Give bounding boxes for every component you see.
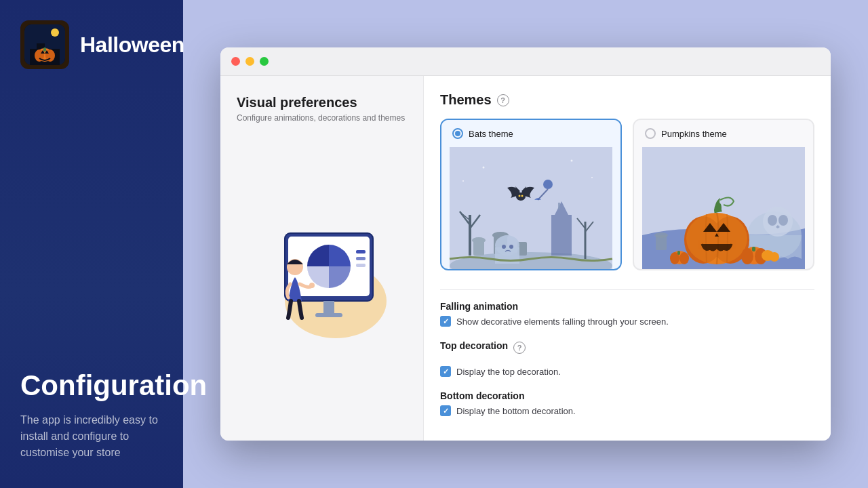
svg-rect-17 [356, 250, 366, 253]
svg-rect-33 [551, 215, 572, 256]
panel-title: Visual preferences [237, 95, 407, 110]
sidebar-description: The app is incredibly easy to install an… [20, 412, 163, 461]
top-decoration-help-icon[interactable]: ? [513, 342, 526, 354]
svg-point-48 [543, 180, 553, 189]
svg-point-50 [483, 167, 485, 169]
top-decoration-check: ✓ [443, 367, 449, 376]
themes-grid: Bats theme [440, 119, 814, 270]
falling-animation-description: Show decorative elements falling through… [456, 317, 669, 327]
app-logo [20, 20, 69, 69]
traffic-light-red[interactable] [231, 57, 240, 66]
right-panel: Themes ? Bats theme [424, 76, 831, 441]
mac-titlebar [220, 47, 831, 76]
svg-rect-69 [752, 247, 755, 251]
svg-rect-77 [654, 232, 668, 238]
bottom-decoration-section: Bottom decoration ✓ Display the bottom d… [440, 390, 814, 416]
illustration-container [237, 139, 407, 422]
app-title: Halloween [80, 33, 184, 58]
bottom-decoration-title: Bottom decoration [440, 390, 814, 401]
mac-window: Visual preferences Configure animations,… [220, 47, 831, 441]
svg-point-31 [502, 245, 506, 249]
svg-point-72 [679, 252, 689, 264]
top-decoration-description: Display the top decoration. [456, 367, 561, 377]
svg-point-2 [51, 28, 59, 37]
falling-animation-section: Falling animation ✓ Show decorative elem… [440, 301, 814, 327]
pumpkins-theme-label: Pumpkins theme [661, 129, 727, 139]
analytics-illustration [248, 213, 397, 348]
falling-animation-row: ✓ Show decorative elements falling throu… [440, 316, 814, 327]
pumpkins-scene-svg [634, 147, 813, 269]
bottom-decoration-check: ✓ [443, 407, 449, 415]
svg-rect-18 [356, 257, 366, 260]
pumpkins-radio[interactable] [645, 128, 656, 139]
svg-point-43 [516, 192, 526, 201]
sidebar-bottom: Configuration The app is incredibly easy… [20, 370, 163, 461]
falling-animation-checkbox[interactable]: ✓ [440, 316, 451, 327]
svg-point-67 [741, 248, 753, 264]
themes-section-header: Themes ? [440, 92, 814, 108]
traffic-light-yellow[interactable] [245, 57, 254, 66]
themes-section-title: Themes [440, 92, 492, 108]
falling-animation-title: Falling animation [440, 301, 814, 312]
panel-subtitle: Configure animations, decorations and th… [237, 113, 407, 123]
top-decoration-title: Top decoration [440, 340, 508, 351]
bottom-decoration-row: ✓ Display the bottom decoration. [440, 405, 814, 416]
bottom-decoration-checkbox[interactable]: ✓ [440, 405, 451, 416]
window-body: Visual preferences Configure animations,… [220, 76, 831, 441]
pumpkins-theme-image [634, 147, 813, 269]
svg-point-53 [462, 180, 464, 182]
bats-theme-image [441, 147, 620, 269]
main-area: Visual preferences Configure animations,… [183, 0, 868, 488]
top-decoration-row: ✓ Display the top decoration. [440, 366, 814, 377]
svg-rect-35 [558, 203, 560, 209]
main-title: Configuration [20, 370, 163, 401]
top-decoration-section: Top decoration ? ✓ Display the top decor… [440, 340, 814, 377]
svg-point-57 [768, 215, 777, 226]
bats-theme-header: Bats theme [441, 120, 620, 147]
svg-point-75 [770, 252, 779, 262]
svg-rect-19 [356, 264, 366, 267]
divider-1 [440, 289, 814, 290]
svg-point-21 [309, 283, 315, 288]
svg-rect-8 [43, 47, 46, 52]
left-panel: Visual preferences Configure animations,… [220, 76, 424, 441]
svg-rect-27 [472, 237, 486, 243]
falling-animation-check: ✓ [443, 317, 449, 326]
sidebar: Halloween Configuration The app is incre… [0, 0, 183, 488]
top-decoration-title-row: Top decoration ? [440, 340, 814, 355]
svg-point-56 [763, 207, 793, 237]
top-decoration-checkbox[interactable]: ✓ [440, 366, 451, 377]
bats-radio[interactable] [452, 128, 463, 139]
svg-point-47 [521, 195, 524, 197]
svg-rect-15 [315, 313, 342, 317]
bottom-decoration-description: Display the bottom decoration. [456, 406, 576, 416]
svg-point-51 [571, 160, 573, 162]
svg-point-52 [591, 177, 593, 178]
sidebar-header: Halloween [20, 20, 163, 69]
svg-point-32 [509, 245, 513, 249]
svg-point-58 [778, 215, 788, 226]
traffic-light-green[interactable] [260, 57, 269, 66]
bats-scene-svg [441, 147, 620, 269]
pumpkins-theme-card[interactable]: Pumpkins theme [633, 119, 814, 270]
svg-point-46 [519, 195, 521, 197]
themes-help-icon[interactable]: ? [497, 94, 509, 106]
bats-theme-card[interactable]: Bats theme [440, 119, 622, 270]
pumpkins-theme-header: Pumpkins theme [634, 120, 813, 147]
svg-rect-14 [323, 301, 334, 314]
bats-theme-label: Bats theme [469, 129, 513, 139]
svg-rect-73 [677, 251, 680, 255]
